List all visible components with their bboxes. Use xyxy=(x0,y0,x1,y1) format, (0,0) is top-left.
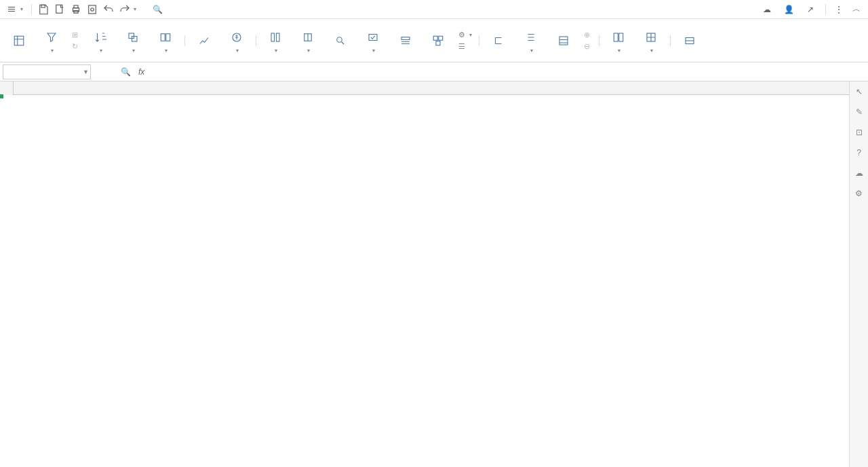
findinput-icon xyxy=(334,31,347,51)
menubar: ▾ ▾ 🔍 ☁ 👤 ↗ ⋮ ︿ xyxy=(0,0,868,19)
select-all-corner[interactable] xyxy=(0,81,14,95)
dedupe-button[interactable]: ▾ xyxy=(117,19,149,62)
show-all-button[interactable]: ⊞ xyxy=(72,31,80,39)
cloud-icon: ☁ xyxy=(763,5,771,14)
share-button[interactable]: ↗ xyxy=(803,3,820,16)
svg-rect-18 xyxy=(401,37,410,39)
compare-button[interactable]: ▾ xyxy=(149,19,182,62)
style-icon[interactable]: ✎ xyxy=(853,106,865,118)
svg-rect-19 xyxy=(433,36,437,40)
file-menu[interactable]: ▾ xyxy=(4,5,27,14)
svg-rect-13 xyxy=(271,33,275,41)
split-button[interactable]: ▾ xyxy=(259,19,292,62)
fund-icon xyxy=(231,27,243,48)
wpscloud-button[interactable] xyxy=(673,19,706,62)
save-icon[interactable] xyxy=(36,2,51,17)
svg-point-16 xyxy=(337,37,342,42)
collapse-icon: ⊖ xyxy=(584,42,590,51)
spreadsheet-grid[interactable] xyxy=(0,81,849,467)
chevron-down-icon[interactable]: ▼ xyxy=(83,69,89,75)
backup-icon[interactable]: ☁ xyxy=(853,167,865,179)
filter-icon xyxy=(45,27,58,48)
svg-rect-5 xyxy=(89,5,96,14)
subtotal-button[interactable] xyxy=(547,19,580,62)
dedupe-icon xyxy=(127,27,139,48)
svg-rect-1 xyxy=(56,5,62,13)
consolidate-button[interactable] xyxy=(422,19,454,62)
svg-rect-21 xyxy=(436,41,440,45)
selection-cursor xyxy=(0,95,3,98)
stock-icon xyxy=(198,31,210,51)
show-all-icon: ⊞ xyxy=(72,31,78,39)
splittbl-icon xyxy=(612,27,625,48)
svg-rect-23 xyxy=(614,33,618,41)
mergetbl-icon xyxy=(645,27,657,48)
stock-button[interactable] xyxy=(188,19,220,62)
svg-rect-7 xyxy=(14,36,24,45)
expand-icon: ⊕ xyxy=(584,31,590,39)
simulate-button[interactable]: ⚙▾ xyxy=(458,31,472,39)
more-icon[interactable]: ⋮ xyxy=(831,2,846,17)
validity-button[interactable]: ▾ xyxy=(357,19,389,62)
search-area[interactable]: 🔍 xyxy=(153,5,165,14)
qat-more-icon[interactable]: ▾ xyxy=(134,6,136,12)
svg-point-6 xyxy=(91,7,94,11)
fill-button[interactable]: ▾ xyxy=(292,19,324,62)
filter-button[interactable]: ▾ xyxy=(35,19,68,62)
findinput-button[interactable] xyxy=(324,19,357,62)
simulate-icon: ⚙ xyxy=(458,31,465,39)
tools-icon[interactable]: ⊡ xyxy=(853,126,865,138)
consolidate-icon xyxy=(432,31,444,51)
group-button[interactable] xyxy=(482,19,515,62)
fill-icon xyxy=(302,27,314,48)
mergetbl-button[interactable]: ▾ xyxy=(635,19,667,62)
svg-rect-11 xyxy=(166,34,170,41)
splittbl-button[interactable]: ▾ xyxy=(602,19,635,62)
help-icon[interactable]: ? xyxy=(853,147,865,159)
fund-button[interactable]: ▾ xyxy=(220,19,253,62)
hamburger-icon xyxy=(8,7,15,12)
preview-icon[interactable] xyxy=(85,2,100,17)
share-icon: ↗ xyxy=(807,5,814,14)
collab-button[interactable]: 👤 xyxy=(780,3,800,16)
wpscloud-icon xyxy=(684,31,696,51)
recordform-button[interactable]: ☰ xyxy=(458,42,472,51)
sort-button[interactable]: ▾ xyxy=(84,19,117,62)
ungroup-button[interactable]: ▾ xyxy=(515,19,547,62)
svg-rect-14 xyxy=(277,33,280,41)
svg-rect-20 xyxy=(439,36,443,40)
subtotal-icon xyxy=(557,31,570,51)
group-icon xyxy=(492,31,505,51)
cursor-icon[interactable]: ↖ xyxy=(853,86,865,98)
svg-rect-8 xyxy=(129,33,134,39)
undo-icon[interactable] xyxy=(101,2,116,17)
user-icon: 👤 xyxy=(784,5,794,14)
reapply-icon: ↻ xyxy=(72,42,78,51)
pivot-table-button[interactable] xyxy=(3,19,35,62)
split-icon xyxy=(269,27,281,48)
name-box[interactable]: ▼ xyxy=(3,64,91,79)
formula-input[interactable] xyxy=(150,64,868,79)
svg-rect-17 xyxy=(369,35,377,41)
reapply-button[interactable]: ↻ xyxy=(72,42,80,51)
print-icon[interactable] xyxy=(68,2,83,17)
validity-icon xyxy=(367,27,379,48)
zoom-icon[interactable]: 🔍 xyxy=(118,64,133,79)
svg-rect-22 xyxy=(559,37,568,45)
new-icon[interactable] xyxy=(52,2,67,17)
expand-button[interactable]: ⊕ xyxy=(584,31,592,39)
pivot-icon xyxy=(13,31,25,51)
column-headers xyxy=(0,81,849,95)
collapse-ribbon-icon[interactable]: ︿ xyxy=(849,2,864,17)
recordform-icon: ☰ xyxy=(458,42,465,51)
settings-icon[interactable]: ⚙ xyxy=(853,187,865,200)
collapse-button[interactable]: ⊖ xyxy=(584,42,592,51)
dropdown-icon xyxy=(399,31,412,51)
chevron-down-icon: ▾ xyxy=(20,6,23,12)
ribbon: ▾ ⊞ ↻ ▾ ▾ ▾ ▾ ▾ ▾ ▾ ⚙▾ ☰ ▾ ⊕ ⊖ ▾ ▾ xyxy=(0,19,868,62)
redo-icon[interactable] xyxy=(117,2,132,17)
sync-status[interactable]: ☁ xyxy=(759,3,777,16)
dropdown-button[interactable] xyxy=(389,19,422,62)
fx-icon[interactable]: fx xyxy=(138,67,144,77)
svg-rect-0 xyxy=(41,5,45,7)
